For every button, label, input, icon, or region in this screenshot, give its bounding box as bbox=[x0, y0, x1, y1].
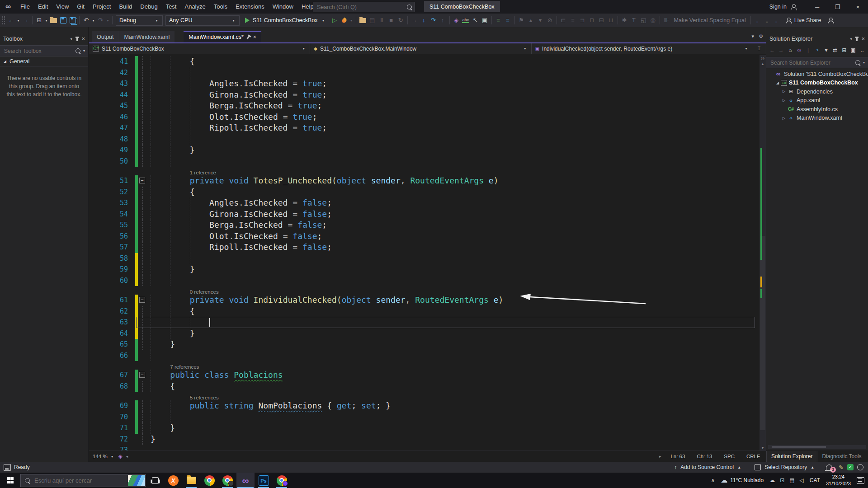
hidden-icons-chevron[interactable]: ∧ bbox=[711, 477, 715, 483]
menu-build[interactable]: Build bbox=[115, 0, 136, 14]
menu-debug[interactable]: Debug bbox=[136, 0, 161, 14]
clock[interactable]: 23:24 31/10/2023 bbox=[826, 474, 851, 487]
se-separator[interactable]: | bbox=[805, 47, 812, 53]
taskbar-search-box[interactable] bbox=[20, 474, 146, 487]
fold-collapse-icon[interactable]: − bbox=[139, 372, 145, 378]
code-line-68[interactable]: 68 { bbox=[89, 381, 760, 392]
toolbar-drag-handle[interactable] bbox=[2, 16, 5, 25]
se-switch-views-icon[interactable]: ⇄ bbox=[831, 47, 839, 53]
collapsed-arrow-icon[interactable]: ▷ bbox=[781, 116, 787, 120]
member-dropdown[interactable]: ▣ IndividualChecked(object sender, Route… bbox=[532, 43, 752, 54]
code-line-67[interactable]: 67− public class Poblacions bbox=[89, 370, 760, 381]
file-explorer-icon[interactable] bbox=[182, 473, 200, 488]
code-line-66[interactable]: 66 bbox=[89, 350, 760, 361]
code-line-46[interactable]: 46 Olot.IsChecked = true; bbox=[89, 112, 760, 123]
code-line-42[interactable]: 42 bbox=[89, 67, 760, 79]
toolbox-section-general[interactable]: ◢ General bbox=[0, 56, 88, 67]
xaml-designer-icon[interactable]: ◈ bbox=[118, 453, 123, 460]
fold-margin[interactable]: − bbox=[138, 295, 148, 306]
tree-item-assemblyinfo-cs[interactable]: C#AssemblyInfo.cs bbox=[766, 105, 868, 114]
menu-view[interactable]: View bbox=[52, 0, 73, 14]
maximize-button[interactable]: ❐ bbox=[827, 0, 848, 14]
start-button[interactable] bbox=[0, 473, 20, 488]
save-icon[interactable] bbox=[58, 15, 68, 25]
code-line-51[interactable]: 51− private void TotesP_Unchecked(object… bbox=[89, 175, 760, 187]
code-line-69[interactable]: 69 public string NomPoblacions { get; se… bbox=[89, 400, 760, 412]
se-show-all-files-icon[interactable]: ▣ bbox=[849, 47, 857, 53]
align-lefts-icon[interactable]: ⊏ bbox=[559, 15, 568, 25]
scrollbar-magnifier-icon[interactable]: ◎ bbox=[760, 56, 766, 61]
live-property-explorer-icon[interactable]: ✱ bbox=[620, 15, 629, 25]
spell-checker-icon[interactable]: abc bbox=[461, 15, 471, 25]
search-highlight-image[interactable] bbox=[128, 475, 145, 486]
start-debugging-button[interactable]: S11 ComboBoxCheckBox▾ bbox=[241, 17, 330, 23]
redo-icon[interactable]: ↷ bbox=[96, 15, 105, 25]
text-tool-icon[interactable]: T bbox=[629, 15, 639, 25]
code-line-47[interactable]: 47 Ripoll.IsChecked = true; bbox=[89, 122, 760, 134]
fold-collapse-icon[interactable]: − bbox=[139, 178, 145, 183]
scrollbar-thumb[interactable] bbox=[760, 236, 765, 430]
tab-mainwindow-xaml-cs-[interactable]: MainWindow.xaml.cs*× bbox=[184, 31, 261, 42]
code-line-72[interactable]: 72} bbox=[89, 434, 760, 445]
column-guide-icon-3[interactable]: „ bbox=[772, 15, 781, 25]
minimize-button[interactable]: ─ bbox=[807, 0, 827, 14]
new-project-caret[interactable]: ▾ bbox=[44, 19, 49, 23]
align-bottoms-icon[interactable]: ⊔ bbox=[606, 15, 616, 25]
code-line-58[interactable]: 58 bbox=[89, 253, 760, 264]
taskbar-search-input[interactable] bbox=[33, 477, 124, 484]
photoshop-icon[interactable]: Ps bbox=[255, 473, 273, 488]
code-line-63[interactable]: 63 bbox=[89, 317, 760, 328]
code-line-45[interactable]: 45 Berga.IsChecked = true; bbox=[89, 100, 760, 112]
codelens-references[interactable]: 7 references bbox=[170, 364, 199, 370]
se-overflow-icon[interactable]: ‥ bbox=[859, 47, 866, 53]
code-line-43[interactable]: 43 Angles.IsChecked = true; bbox=[89, 78, 760, 89]
zoom-dropdown[interactable]: 144 % ▾ bbox=[89, 454, 118, 459]
volume-icon[interactable]: ◁ bbox=[800, 477, 804, 483]
menu-extensions[interactable]: Extensions bbox=[231, 0, 269, 14]
step-over-icon[interactable]: ↷ bbox=[429, 15, 438, 25]
navigate-back-icon[interactable]: ← bbox=[6, 15, 16, 25]
code-line-41[interactable]: 41 { bbox=[89, 56, 760, 67]
code-line-48[interactable]: 48 bbox=[89, 134, 760, 145]
save-all-icon[interactable] bbox=[68, 15, 77, 25]
menu-window[interactable]: Window bbox=[269, 0, 297, 14]
code-editor[interactable]: 41 {4243 Angles.IsChecked = true;44 Giro… bbox=[89, 55, 760, 451]
column-guide-icon-2[interactable]: „ bbox=[762, 15, 772, 25]
space-indicator[interactable]: SPC bbox=[718, 454, 741, 459]
next-bookmark-icon[interactable]: ▾ bbox=[536, 15, 545, 25]
close-button[interactable]: × bbox=[848, 0, 868, 14]
panel-tab-diagnostic-tools[interactable]: Diagnostic Tools bbox=[817, 451, 866, 462]
live-visual-tree-icon[interactable]: ▤ bbox=[368, 15, 377, 25]
menu-edit[interactable]: Edit bbox=[34, 0, 52, 14]
eol-indicator[interactable]: CRLF bbox=[741, 454, 766, 459]
chrome-icon[interactable] bbox=[200, 473, 218, 488]
new-project-icon[interactable]: ⊞ bbox=[34, 15, 44, 25]
chevron-down-icon[interactable]: ▾ bbox=[863, 61, 865, 65]
se-collapse-all-icon[interactable]: ⊟ bbox=[840, 47, 848, 53]
hscroll-left-icon[interactable]: ◂ bbox=[123, 454, 132, 459]
tab-options-gear-icon[interactable]: ⚙ bbox=[759, 33, 763, 39]
align-tops-icon[interactable]: ⊓ bbox=[587, 15, 597, 25]
se-pending-changes-filter-icon[interactable]: ◔ bbox=[814, 47, 821, 53]
menu-git[interactable]: Git bbox=[73, 0, 89, 14]
code-line-55[interactable]: 55 Berga.IsChecked = false; bbox=[89, 220, 760, 231]
stop-debugging-icon[interactable]: ■ bbox=[387, 15, 396, 25]
fold-margin[interactable]: − bbox=[138, 370, 148, 381]
line-indicator[interactable]: Ln: 63 bbox=[665, 454, 691, 459]
menu-analyze[interactable]: Analyze bbox=[180, 0, 209, 14]
codelens-references[interactable]: 5 references bbox=[190, 395, 219, 400]
chevron-down-icon[interactable]: ▾ bbox=[850, 37, 852, 41]
se-home-icon[interactable]: ⌂ bbox=[787, 47, 794, 53]
start-without-debugging-icon[interactable]: ▷ bbox=[330, 15, 340, 25]
code-line-44[interactable]: 44 Girona.IsChecked = true; bbox=[89, 89, 760, 101]
codelens-references[interactable]: 1 reference bbox=[190, 170, 216, 175]
xaml-live-preview-icon[interactable]: ◈ bbox=[452, 15, 461, 25]
security-icon[interactable]: ▤ bbox=[789, 477, 794, 483]
chevron-down-icon[interactable]: ▾ bbox=[71, 37, 72, 41]
step-into-icon[interactable]: ↓ bbox=[419, 15, 429, 25]
code-line-60[interactable]: 60 bbox=[89, 275, 760, 286]
solution-platforms-dropdown[interactable]: Any CPU▾ bbox=[165, 15, 240, 26]
split-editor-icon[interactable]: ⌶ bbox=[752, 43, 766, 54]
zoom-tool-icon[interactable]: ◎ bbox=[648, 15, 658, 25]
quick-search-input[interactable] bbox=[316, 4, 407, 11]
